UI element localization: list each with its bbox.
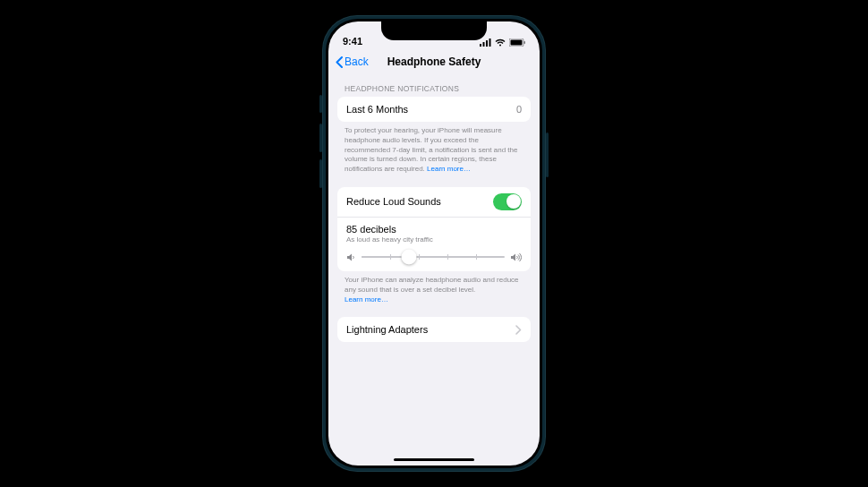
- section-header-notifications: HEADPHONE NOTIFICATIONS: [337, 75, 531, 97]
- adapters-group: Lightning Adapters: [337, 317, 531, 342]
- decibel-sublabel: As loud as heavy city traffic: [346, 235, 522, 244]
- volume-up-button: [319, 124, 322, 152]
- learn-more-link[interactable]: Learn more…: [427, 165, 471, 173]
- decibel-label: 85 decibels: [346, 224, 522, 235]
- svg-rect-2: [486, 40, 488, 47]
- row-label: Lightning Adapters: [346, 324, 428, 335]
- power-button: [546, 132, 549, 177]
- notifications-group: Last 6 Months 0: [337, 97, 531, 122]
- chevron-left-icon: [336, 56, 343, 68]
- chevron-right-icon: [515, 325, 522, 335]
- settings-content: HEADPHONE NOTIFICATIONS Last 6 Months 0 …: [328, 75, 540, 342]
- speaker-high-icon: [510, 252, 522, 262]
- svg-rect-3: [489, 38, 491, 47]
- svg-rect-0: [480, 44, 481, 47]
- row-label: Last 6 Months: [346, 104, 408, 115]
- volume-down-button: [319, 159, 322, 188]
- reduce-loud-sounds-row: Reduce Loud Sounds: [337, 187, 531, 217]
- reduce-loud-sounds-group: Reduce Loud Sounds 85 decibels As loud a…: [337, 187, 531, 271]
- learn-more-link[interactable]: Learn more…: [345, 295, 388, 303]
- decibel-slider-row: 85 decibels As loud as heavy city traffi…: [337, 217, 531, 271]
- back-label: Back: [345, 56, 369, 68]
- iphone-frame: 9:41 Back Headphone Safety HEADPHONE NOT…: [323, 16, 545, 471]
- status-time: 9:41: [343, 36, 362, 47]
- svg-rect-6: [524, 41, 526, 44]
- speaker-low-icon: [346, 252, 356, 262]
- battery-icon: [509, 38, 525, 47]
- svg-rect-1: [483, 42, 485, 47]
- toggle-label: Reduce Loud Sounds: [346, 196, 441, 207]
- notch: [381, 21, 487, 40]
- slider-thumb[interactable]: [401, 250, 416, 265]
- lightning-adapters-row[interactable]: Lightning Adapters: [337, 317, 531, 342]
- home-indicator[interactable]: [394, 458, 474, 462]
- reduce-loud-sounds-toggle[interactable]: [493, 193, 522, 210]
- back-button[interactable]: Back: [336, 56, 369, 68]
- cellular-icon: [480, 38, 491, 47]
- row-value: 0: [516, 104, 522, 115]
- screen: 9:41 Back Headphone Safety HEADPHONE NOT…: [328, 21, 540, 466]
- wifi-icon: [495, 38, 506, 47]
- notifications-footer: To protect your hearing, your iPhone wil…: [337, 122, 531, 175]
- nav-bar: Back Headphone Safety: [328, 48, 540, 75]
- decibel-slider[interactable]: [362, 256, 505, 258]
- last-6-months-row[interactable]: Last 6 Months 0: [337, 97, 531, 122]
- footer-text: Your iPhone can analyze headphone audio …: [345, 276, 519, 294]
- mute-switch: [319, 95, 322, 113]
- reduce-footer: Your iPhone can analyze headphone audio …: [337, 271, 531, 304]
- svg-rect-5: [511, 40, 523, 46]
